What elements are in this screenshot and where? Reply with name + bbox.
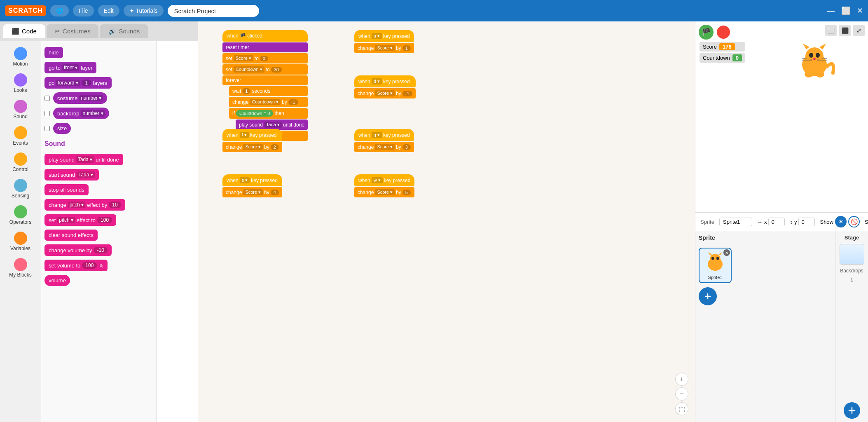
- zoom-in-button[interactable]: +: [675, 373, 688, 386]
- tab-costumes[interactable]: ✂ Costumes: [47, 24, 99, 38]
- block-wait[interactable]: wait 1 seconds: [229, 86, 308, 96]
- block-volume-oval[interactable]: volume: [44, 275, 70, 286]
- block-set-volume[interactable]: set volume to 100 %: [44, 260, 108, 271]
- block-when-flag-clicked[interactable]: when 🏴 clicked: [222, 30, 308, 42]
- svg-marker-16: [718, 252, 722, 256]
- block-when-w-key[interactable]: when w ▾ key pressed: [354, 174, 414, 186]
- block-play-sound[interactable]: play sound Tada ▾ until done: [44, 154, 123, 165]
- sidebar-item-my-blocks[interactable]: My Blocks: [2, 256, 39, 280]
- sidebar-item-operators[interactable]: Operators: [2, 203, 39, 227]
- block-change-score-f[interactable]: change Score ▾ by 2: [222, 142, 282, 152]
- block-costume-number[interactable]: costume number ▾: [53, 92, 107, 104]
- tab-code[interactable]: ⬛ Code: [3, 24, 45, 38]
- block-change-pitch[interactable]: change pitch ▾ effect by 10: [44, 199, 125, 211]
- block-size[interactable]: size: [53, 123, 71, 134]
- sprites-panel: Sprite ✕ Sprite1: [695, 231, 868, 422]
- sprite-label: Sprite: [700, 219, 714, 225]
- block-forever[interactable]: forever: [222, 75, 308, 85]
- sounds-icon: 🔊: [108, 28, 116, 35]
- block-when-d-key[interactable]: when d ▾ key pressed: [354, 75, 416, 87]
- sidebar-item-events[interactable]: Events: [2, 124, 39, 148]
- project-name-input[interactable]: [168, 5, 259, 17]
- sidebar-item-sensing[interactable]: Sensing: [2, 176, 39, 201]
- file-menu-button[interactable]: File: [73, 5, 94, 16]
- restore-button[interactable]: ⬜: [841, 6, 850, 15]
- tab-sounds[interactable]: 🔊 Sounds: [100, 24, 148, 38]
- block-when-g-key[interactable]: when g ▾ key pressed: [354, 129, 414, 141]
- block-change-score-g[interactable]: change Score ▾ by 3: [354, 142, 414, 152]
- block-change-countdown[interactable]: change Countdown ▾ by -1: [229, 97, 308, 107]
- small-stage-button[interactable]: ⬜: [825, 25, 837, 36]
- stage-area: 🏴 ⬜ ⬛ ⤢ Score 176 Countdown 0: [695, 21, 868, 213]
- block-change-score-s[interactable]: change Score ▾ by 4: [222, 187, 282, 197]
- block-clear-sound-effects[interactable]: clear sound effects: [44, 230, 98, 241]
- block-hide[interactable]: hide: [44, 47, 63, 58]
- block-reset-timer[interactable]: reset timer: [222, 42, 308, 52]
- large-stage-button[interactable]: ⬛: [839, 25, 851, 36]
- checkbox-size[interactable]: [44, 126, 50, 131]
- backdrops-count: 1: [850, 277, 853, 283]
- fullscreen-button[interactable]: ⤢: [853, 25, 865, 36]
- show-visible-button[interactable]: 👁: [835, 216, 847, 227]
- sprite-delete-icon[interactable]: ✕: [723, 249, 730, 256]
- y-coord: ↕ y: [790, 218, 815, 226]
- block-backdrop-number[interactable]: backdrop number ▾: [53, 108, 109, 119]
- key-g-script: when g ▾ key pressed change Score ▾ by 3: [354, 129, 414, 152]
- x-input[interactable]: [768, 218, 785, 226]
- size-label: Size: [865, 219, 868, 225]
- block-set-countdown[interactable]: set Countdown ▾ to 30: [222, 64, 308, 75]
- zoom-out-button[interactable]: −: [675, 387, 688, 401]
- scratch-logo: SCRATCH: [5, 5, 46, 16]
- svg-point-17: [711, 257, 714, 260]
- block-set-pitch[interactable]: set pitch ▾ effect to 100: [44, 214, 116, 226]
- x-label: x: [764, 219, 767, 225]
- minimize-button[interactable]: —: [827, 7, 835, 15]
- block-when-f-key[interactable]: when f ▾ key pressed: [222, 129, 282, 141]
- block-when-s-key[interactable]: when s ▾ key pressed: [222, 174, 282, 186]
- add-sprite-button[interactable]: [699, 287, 717, 305]
- globe-button[interactable]: 🌐: [50, 5, 69, 16]
- block-change-score-d[interactable]: change Score ▾ by -1: [354, 88, 416, 98]
- block-stop-all-sounds[interactable]: stop all sounds: [44, 184, 89, 195]
- svg-marker-2: [803, 44, 810, 49]
- block-go-forward[interactable]: go forward ▾ 1 layers: [44, 77, 112, 89]
- sidebar-item-looks[interactable]: Looks: [2, 71, 39, 96]
- tutorials-button[interactable]: ✦ Tutorials: [124, 5, 164, 16]
- sidebar-item-variables[interactable]: Variables: [2, 229, 39, 254]
- script-area[interactable]: when 🏴 clicked reset timer set Score ▾ t…: [198, 21, 695, 422]
- block-change-score-w[interactable]: change Score ▾ by 5: [354, 187, 414, 197]
- close-button[interactable]: ✕: [857, 6, 863, 15]
- left-content: Motion Looks Sound Events Control: [0, 41, 198, 422]
- variable-displays: Score 176 Countdown 0: [700, 42, 745, 63]
- sidebar-item-motion[interactable]: Motion: [2, 45, 39, 69]
- checkbox-backdrop[interactable]: [44, 111, 50, 116]
- key-s-script: when s ▾ key pressed change Score ▾ by 4: [222, 174, 282, 198]
- block-change-volume[interactable]: change volume by -10: [44, 244, 112, 256]
- sprite-info-bar: Sprite ↔ x ↕ y Show 👁 🚫 Size: [695, 213, 868, 231]
- stop-button[interactable]: [717, 26, 730, 39]
- zoom-reset-button[interactable]: ⬚: [675, 402, 688, 415]
- sprite-item-sprite1[interactable]: ✕ Sprite1: [699, 248, 732, 283]
- checkbox-costume[interactable]: [44, 96, 50, 101]
- block-start-sound[interactable]: start sound Tada ▾: [44, 169, 99, 181]
- show-hidden-button[interactable]: 🚫: [848, 216, 860, 227]
- block-go-to-layer[interactable]: go to front ▾ layer: [44, 62, 96, 73]
- green-flag-button[interactable]: 🏴: [699, 25, 714, 40]
- block-if-countdown[interactable]: if Countdown = 0 then: [229, 108, 308, 119]
- block-when-a-key[interactable]: when a ▾ key pressed: [354, 30, 414, 42]
- countdown-label: Countdown: [703, 55, 730, 61]
- edit-menu-button[interactable]: Edit: [98, 5, 119, 16]
- y-input[interactable]: [798, 218, 815, 226]
- sprite-name-input[interactable]: [719, 218, 752, 226]
- block-change-score-a[interactable]: change Score ▾ by 1: [354, 43, 414, 53]
- blocks-panel: hide go to front ▾ layer go forward ▾ 1 …: [41, 41, 157, 422]
- add-backdrop-button[interactable]: [844, 402, 860, 419]
- svg-point-1: [805, 47, 824, 66]
- sprite-name-label: Sprite1: [702, 275, 728, 280]
- sprite-grid: ✕ Sprite1: [699, 248, 832, 283]
- sidebar-item-sound[interactable]: Sound: [2, 97, 39, 122]
- block-set-score[interactable]: set Score ▾ to 0: [222, 53, 308, 63]
- svg-point-12: [816, 71, 824, 77]
- svg-point-11: [805, 71, 813, 77]
- sidebar-item-control[interactable]: Control: [2, 150, 39, 175]
